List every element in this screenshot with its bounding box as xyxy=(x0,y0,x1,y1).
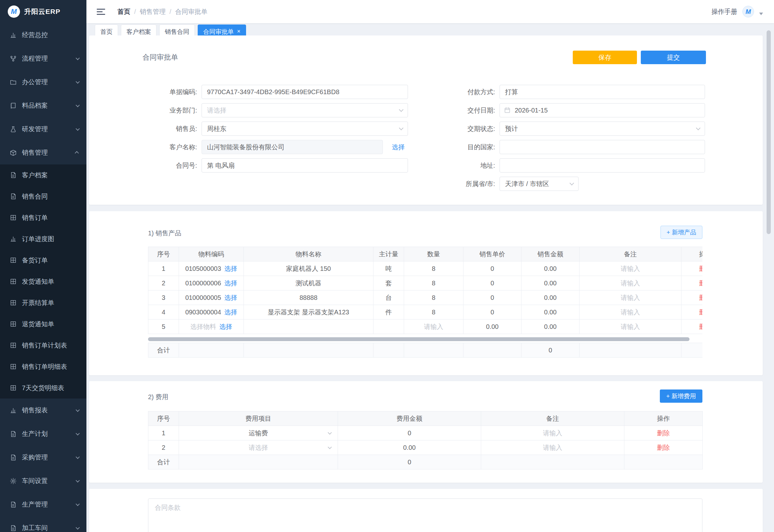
save-button[interactable]: 保存 xyxy=(573,51,637,64)
delete-row-link[interactable]: 删除 xyxy=(699,294,703,301)
material-select-link[interactable]: 选择 xyxy=(219,323,232,330)
add-product-button[interactable]: + 新增产品 xyxy=(660,226,702,239)
material-select-link[interactable]: 选择 xyxy=(224,309,237,316)
book-icon xyxy=(10,102,17,109)
fees-section-title: 2) 费用 xyxy=(148,389,168,401)
delete-row-link[interactable]: 删除 xyxy=(699,265,703,272)
sidebar-item-delivery-notices[interactable]: 发货通知单 xyxy=(0,271,86,292)
sidebar-item-office-management[interactable]: 办公管理 xyxy=(0,70,86,94)
sidebar-item-7day-delivery-details[interactable]: 7天交货明细表 xyxy=(0,377,86,399)
dest-country-input[interactable] xyxy=(500,140,705,154)
sidebar-item-sales-orders[interactable]: 销售订单 xyxy=(0,207,86,228)
document-icon xyxy=(10,454,17,461)
sidebar-item-material-archives[interactable]: 料品档案 xyxy=(0,94,86,117)
products-header-row: 序号 物料编码 物料名称 主计量 数量 销售单价 销售金额 备注 操作 xyxy=(148,247,703,261)
material-placeholder: 选择物料 xyxy=(190,323,216,330)
remark-input[interactable] xyxy=(586,280,675,287)
fee-item-select[interactable]: 运输费 xyxy=(179,426,338,440)
customer-select-link[interactable]: 选择 xyxy=(392,143,405,152)
chevron-down-icon xyxy=(76,455,80,459)
avatar[interactable]: M xyxy=(742,6,754,17)
sidebar-item-return-notices[interactable]: 退货通知单 xyxy=(0,313,86,335)
delete-row-link[interactable]: 删除 xyxy=(657,444,670,451)
sidebar-item-production-management[interactable]: 生产管理 xyxy=(0,493,86,516)
sidebar-item-sales-order-plan[interactable]: 销售订单计划表 xyxy=(0,335,86,356)
chevron-down-icon xyxy=(328,430,332,435)
contract-form: 单据编码: 付款方式: 业务部门: 交付日期: xyxy=(89,85,763,191)
document-icon xyxy=(10,172,17,179)
business-dept-select[interactable] xyxy=(202,103,408,117)
sidebar-item-sales-contracts[interactable]: 销售合同 xyxy=(0,186,86,207)
remark-input[interactable] xyxy=(586,294,675,301)
sidebar-item-stock-orders[interactable]: 备货订单 xyxy=(0,250,86,271)
fee-item-select[interactable]: 请选择 xyxy=(179,440,338,455)
add-fee-button[interactable]: + 新增费用 xyxy=(660,389,702,403)
horizontal-scrollbar-thumb[interactable] xyxy=(148,337,690,341)
delivery-status-label: 交期状态: xyxy=(408,124,500,133)
delete-row-link[interactable]: 删除 xyxy=(657,429,670,437)
sidebar-item-invoice-settlements[interactable]: 开票结算单 xyxy=(0,292,86,313)
tab-contract-approval[interactable]: 合同审批单 xyxy=(198,25,246,35)
chart-icon xyxy=(10,407,17,414)
breadcrumb-home[interactable]: 首页 xyxy=(117,7,130,16)
chevron-up-icon xyxy=(75,151,79,155)
main-area: 首页 销售管理 合同审批单 操作手册 M 首页 客户档案 销售合同 合同审批单 … xyxy=(86,0,774,532)
tab-home[interactable]: 首页 xyxy=(95,25,118,35)
delete-row-link[interactable]: 删除 xyxy=(699,309,703,316)
delete-row-link[interactable]: 删除 xyxy=(699,323,703,330)
delete-row-link[interactable]: 删除 xyxy=(699,280,703,287)
contract-form-card: 合同审批单 保存 提交 单据编码: 付款方式: 业务部门: xyxy=(89,35,763,205)
page-content: 合同审批单 保存 提交 单据编码: 付款方式: 业务部门: xyxy=(86,35,774,532)
sidebar-item-sales-reports[interactable]: 销售报表 xyxy=(0,399,86,422)
sidebar-item-sales-management[interactable]: 销售管理 xyxy=(0,141,86,164)
sidebar-item-customer-archives[interactable]: 客户档案 xyxy=(0,164,86,186)
address-input[interactable] xyxy=(500,158,705,172)
document-icon xyxy=(10,430,17,438)
header-right: 操作手册 M xyxy=(711,6,763,17)
tab-sales-contracts[interactable]: 销售合同 xyxy=(159,25,195,35)
products-total-wrapper: 合计 0 xyxy=(148,343,702,358)
sidebar-item-sales-order-details[interactable]: 销售订单明细表 xyxy=(0,356,86,377)
material-select-link[interactable]: 选择 xyxy=(224,265,237,272)
close-icon[interactable] xyxy=(237,28,241,35)
contract-no-input[interactable] xyxy=(202,158,408,172)
sidebar-item-production-plan[interactable]: 生产计划 xyxy=(0,422,86,446)
sidebar-item-order-progress-chart[interactable]: 订单进度图 xyxy=(0,228,86,250)
sidebar-item-process-management[interactable]: 流程管理 xyxy=(0,47,86,70)
remark-input[interactable] xyxy=(586,309,675,316)
delivery-date-input[interactable] xyxy=(500,103,705,117)
page-title: 合同审批单 xyxy=(143,53,178,62)
products-total-table: 合计 0 xyxy=(148,343,702,358)
remark-input[interactable] xyxy=(586,265,675,272)
sidebar-item-business-overview[interactable]: 经营总控 xyxy=(0,23,86,47)
delivery-status-select[interactable] xyxy=(500,122,705,136)
dest-country-label: 目的国家: xyxy=(408,143,500,152)
vertical-scrollbar-thumb[interactable] xyxy=(767,30,771,234)
app-name: 升阳云ERP xyxy=(24,7,60,16)
doc-code-input[interactable] xyxy=(202,85,408,99)
province-select[interactable] xyxy=(500,177,579,191)
chevron-down-icon[interactable] xyxy=(759,13,763,15)
remark-input[interactable] xyxy=(489,429,616,437)
sidebar-item-workshop-settings[interactable]: 车间设置 xyxy=(0,469,86,493)
remark-input[interactable] xyxy=(489,444,616,451)
sidebar-item-procurement-management[interactable]: 采购管理 xyxy=(0,446,86,469)
folder-icon xyxy=(10,79,17,86)
material-select-link[interactable]: 选择 xyxy=(224,280,237,287)
operation-manual-link[interactable]: 操作手册 xyxy=(711,7,737,16)
address-label: 地址: xyxy=(408,161,500,170)
salesperson-select[interactable] xyxy=(202,122,408,136)
remark-input[interactable] xyxy=(586,323,675,330)
grid-icon xyxy=(10,257,17,264)
tab-customer-archives[interactable]: 客户档案 xyxy=(121,25,156,35)
contract-terms-textarea[interactable] xyxy=(148,498,702,532)
payment-input[interactable] xyxy=(500,85,705,99)
submit-button[interactable]: 提交 xyxy=(641,51,706,64)
chevron-down-icon xyxy=(76,502,80,506)
collapse-menu-icon[interactable] xyxy=(97,9,105,15)
sidebar-item-rd-management[interactable]: 研发管理 xyxy=(0,117,86,141)
sidebar-item-processing-workshop[interactable]: 加工车间 xyxy=(0,516,86,532)
qty-input[interactable] xyxy=(409,323,459,330)
material-select-link[interactable]: 选择 xyxy=(224,294,237,301)
breadcrumb-sales-management[interactable]: 销售管理 xyxy=(130,7,166,16)
